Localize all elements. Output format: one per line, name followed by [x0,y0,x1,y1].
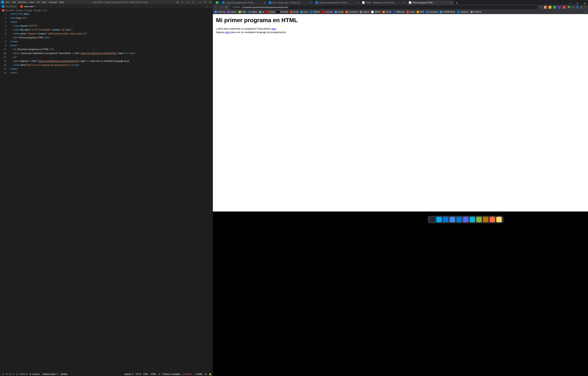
status-colorize[interactable]: Colorize: 0 variables [162,373,180,375]
tab-alura-1[interactable]: Lógica de programación: Primer…✕ [221,0,267,5]
side-panel-icon[interactable]: ⁝⁝ [572,6,574,9]
tab-close-icon[interactable]: ✕ [450,1,452,4]
link-aqui-1[interactable]: aquí [271,27,276,30]
menu-help[interactable]: Help [59,1,64,3]
minimize-icon[interactable]: — [199,1,201,3]
forward-icon[interactable]: → [220,6,223,9]
bookmark-item[interactable]: AWS [417,11,424,13]
bookmark-item[interactable]: YouTube [322,11,333,13]
menu-selection[interactable]: Selection [18,1,27,3]
maximize-icon[interactable]: ☐ [574,2,581,5]
dock-app-icon[interactable] [496,217,502,222]
status-item[interactable]: ⊕ [205,373,207,375]
bookmark-item[interactable]: Lucidchart [346,11,358,13]
menu-go[interactable]: Go [37,1,40,3]
status-language[interactable]: HTML [151,373,156,375]
dock-app-icon[interactable] [470,217,475,222]
split-editor-icon[interactable]: ▯ [206,5,207,8]
profile-icon[interactable]: 👤 [576,6,579,9]
bookmark-item[interactable]: Oracle [266,11,275,13]
tab-primer-programa[interactable]: Primer programa HTML✕ [407,0,454,5]
bookmark-item[interactable]: Outlook [310,11,320,13]
status-item[interactable]: ⎇ [1,373,4,375]
status-eol[interactable]: CRLF [143,373,149,375]
tab-wikipedia[interactable]: HTML - Wikipedia, la enciclopedi…✕ [361,0,407,5]
breadcrumb-item[interactable]: body [28,9,32,11]
dock-app-icon[interactable] [483,217,488,222]
tab-alura-2[interactable]: Lógica de programación: Primer…✕ [314,0,360,5]
bookmark-item[interactable]: Platzi [238,11,246,13]
bookmark-item[interactable]: Email [290,11,298,13]
bookmark-item[interactable]: uy [259,11,264,13]
code-content[interactable]: <!DOCTYPE html> <html lang="en"> <head> … [10,12,213,372]
tab-get-started[interactable]: Get Started [0,4,18,9]
extension-icon[interactable] [553,6,556,9]
status-encoding[interactable]: UTF-8 [135,373,141,375]
status-connect[interactable]: ⚡ Connect [29,373,39,375]
extensions-icon[interactable]: 🧩 [567,6,570,9]
status-item[interactable]: ⬡ [16,373,18,375]
tab-close-icon[interactable]: ✕ [264,1,265,4]
bookmark-item[interactable]: Forte [300,11,308,13]
bookmark-item[interactable]: Udemy [227,11,236,13]
bookmark-item[interactable]: GitHub [371,11,380,13]
status-item[interactable]: ⊙ [159,373,160,375]
bookmark-item[interactable]: GitLab [382,11,391,13]
dock-app-icon[interactable] [490,217,495,222]
status-prettier[interactable]: ✓ Prettier [194,373,203,375]
status-bell-icon[interactable]: 🔔 [209,373,211,375]
tab-close-icon[interactable]: ✕ [404,1,405,4]
extension-icon[interactable] [563,6,566,9]
menu-view[interactable]: View [30,1,34,3]
panel-icon[interactable]: ▯ [581,6,582,9]
layout-icon[interactable]: ▯ [187,1,189,3]
bookmark-item[interactable]: google [335,11,343,13]
status-item[interactable]: ⟲ [6,373,7,375]
new-tab-button[interactable]: + [454,1,460,5]
extension-icon[interactable] [549,6,551,9]
breadcrumb-item[interactable]: span [37,9,41,11]
breadcrumb-item[interactable]: index.html [5,9,14,11]
tab-close-icon[interactable]: ✕ [310,1,312,4]
close-icon[interactable]: ✕ [581,2,588,5]
bookmark-item[interactable]: Digital [248,11,257,13]
bookmark-item[interactable]: Facebook [426,11,438,13]
tab-close-icon[interactable]: ✕ [357,1,359,4]
status-item[interactable]: ⟳ [10,373,11,375]
bookmark-item[interactable]: CodePen [470,11,482,13]
extension-icon[interactable] [558,6,561,9]
breadcrumb-item[interactable]: a [46,9,47,11]
dock-app-icon[interactable] [463,217,469,222]
menu-icon[interactable]: ⋮ [584,6,587,9]
status-item[interactable]: ▷ [13,373,14,375]
tab-alura-foro[interactable]: Foro | Alura Latam - Cursos onli…✕ [267,0,314,5]
dock-app-icon[interactable] [430,217,435,222]
dock-app-icon[interactable] [476,217,482,222]
tab-close-icon[interactable]: ✕ [35,5,37,8]
dock-app-icon[interactable] [443,217,449,222]
tab-index-html[interactable]: index.html ✕ [18,4,39,9]
bookmark-item[interactable]: Gmail [406,11,415,13]
status-problems[interactable]: ⊘ 0 ⚠ 0 [20,373,27,375]
menu-run[interactable]: Run [42,1,46,3]
dock-app-icon[interactable] [456,217,462,222]
bookmark-item[interactable]: Learning [214,11,225,13]
url-bar[interactable]: ⓘ Archivo D:/Oracle/Logica%20de%20progra… [230,5,538,9]
more-actions-icon[interactable]: ··· [209,5,211,8]
status-quokka[interactable]: Quokka [61,373,67,375]
bookmark-item[interactable]: Bitbucket [393,11,405,13]
status-spaces[interactable]: Spaces: 4 [124,373,133,375]
bookmark-item[interactable]: Freecode [277,11,288,13]
menu-edit[interactable]: Edit [12,1,16,3]
close-icon[interactable]: ✕ [210,1,212,3]
site-info-icon[interactable]: ⓘ Archivo [232,6,241,9]
layout-icon[interactable]: ▯ [182,1,184,3]
reload-icon[interactable]: ⟳ [225,6,228,9]
dock-app-icon[interactable] [436,217,442,222]
dock-app-icon[interactable] [450,217,455,222]
layout-icon[interactable]: ▯▯ [176,1,178,3]
extension-icon[interactable] [544,6,547,9]
bookmarks-overflow-icon[interactable]: » [585,11,587,13]
breadcrumb-item[interactable]: html [19,9,23,11]
layout-icon[interactable]: ▯ [193,1,195,3]
